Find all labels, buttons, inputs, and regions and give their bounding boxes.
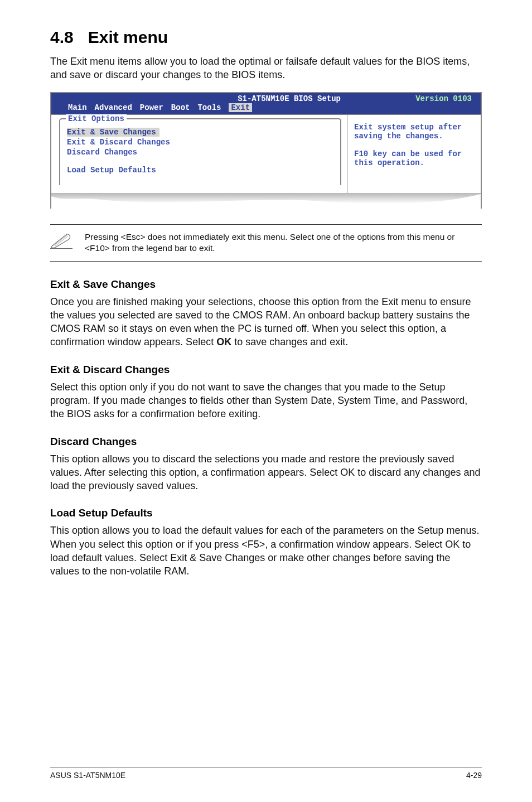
footer-left: ASUS S1-AT5NM10E xyxy=(50,771,125,780)
note-text: Pressing <Esc> does not immediately exit… xyxy=(85,231,482,254)
para-save: Once you are finished making your select… xyxy=(50,295,482,349)
para-discard: This option allows you to discard the se… xyxy=(50,452,482,493)
para-discard-exit: Select this option only if you do not wa… xyxy=(50,380,482,421)
subheading-save: Exit & Save Changes xyxy=(50,278,482,291)
bios-screenshot: S1-AT5NM10E BIOS Setup Version 0103 Main… xyxy=(50,92,482,209)
bios-menu-exit: Exit xyxy=(229,103,252,112)
bios-menu-power: Power xyxy=(140,103,163,112)
bios-item-discard-exit: Exit & Discard Changes xyxy=(67,137,333,147)
note-block: Pressing <Esc> does not immediately exit… xyxy=(50,224,482,262)
intro-paragraph: The Exit menu items allow you to load th… xyxy=(50,55,482,82)
bios-header: S1-AT5NM10E BIOS Setup Version 0103 Main… xyxy=(51,93,481,114)
page-heading: 4.8Exit menu xyxy=(50,28,482,47)
bios-left-panel: Exit Options Exit & Save Changes Exit & … xyxy=(51,114,347,193)
bios-menu-boot: Boot xyxy=(171,103,190,112)
bios-version: Version 0103 xyxy=(415,94,472,103)
section-title: Exit menu xyxy=(88,28,168,46)
bios-item-defaults: Load Setup Defaults xyxy=(67,165,333,175)
footer-right: 4-29 xyxy=(466,771,482,780)
bios-item-discard: Discard Changes xyxy=(67,147,333,157)
subheading-discard-exit: Exit & Discard Changes xyxy=(50,364,482,376)
subheading-discard: Discard Changes xyxy=(50,436,482,448)
page-footer: ASUS S1-AT5NM10E 4-29 xyxy=(50,767,482,780)
bios-menu-main: Main xyxy=(68,103,87,112)
pencil-icon xyxy=(50,231,72,252)
bios-title: S1-AT5NM10E BIOS Setup xyxy=(238,94,341,103)
bios-menu-advanced: Advanced xyxy=(95,103,132,112)
section-number: 4.8 xyxy=(50,28,74,46)
bios-menu-tools: Tools xyxy=(197,103,221,112)
subheading-defaults: Load Setup Defaults xyxy=(50,507,482,519)
bios-shadow xyxy=(51,193,481,209)
svg-line-0 xyxy=(54,235,67,245)
bios-menu-bar: Main Advanced Power Boot Tools Exit xyxy=(68,103,472,112)
para-defaults: This option allows you to load the defau… xyxy=(50,524,482,578)
bios-item-save: Exit & Save Changes xyxy=(67,128,159,137)
bios-help-panel: Exit system setup after saving the chang… xyxy=(347,114,481,193)
bios-panel-title: Exit Options xyxy=(66,114,127,123)
